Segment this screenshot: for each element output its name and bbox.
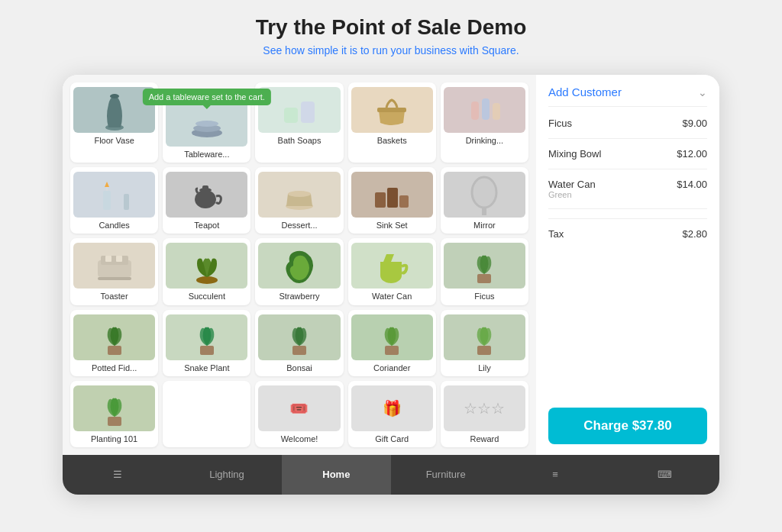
- order-item-name-2: Water Can: [548, 179, 596, 190]
- svg-point-20: [288, 191, 311, 197]
- product-card-empty1[interactable]: [163, 381, 250, 447]
- product-card-dessert[interactable]: Dessert...: [255, 167, 343, 234]
- order-item-price-1: $12.00: [677, 148, 707, 160]
- product-card-reward[interactable]: ☆☆☆Reward: [441, 381, 528, 447]
- tablet-inner: Floor VaseAdd a tableware set to the car…: [63, 75, 719, 455]
- tax-label: Tax: [548, 228, 564, 240]
- page-wrapper: Try the Point of Sale Demo See how simpl…: [15, 15, 767, 495]
- svg-rect-34: [108, 346, 121, 355]
- product-image-strawberry: [258, 243, 340, 289]
- product-label-strawberry: Strawberry: [279, 292, 319, 301]
- product-label-succulent: Succulent: [189, 292, 225, 301]
- nav-item-lighting[interactable]: Lighting: [172, 455, 281, 495]
- order-divider-1: [548, 169, 707, 169]
- product-label-reward: Reward: [470, 434, 499, 444]
- product-card-teapot[interactable]: Teapot: [163, 167, 250, 234]
- order-item-0: Ficus$9.00: [548, 118, 707, 129]
- tooltip-bubble: Add a tableware set to the cart.: [143, 89, 271, 105]
- product-card-water-can[interactable]: Water Can: [348, 238, 436, 305]
- nav-item-menu[interactable]: ☰: [63, 455, 172, 495]
- product-card-toaster[interactable]: Toaster: [70, 238, 158, 305]
- product-image-snake-plant: [166, 314, 247, 360]
- product-label-tableware: Tableware...: [184, 150, 229, 160]
- product-label-floor-vase: Floor Vase: [94, 136, 134, 146]
- svg-rect-18: [202, 185, 208, 190]
- product-image-mirror: [444, 172, 525, 218]
- product-label-lily: Lily: [478, 363, 491, 373]
- product-label-bonsai: Bonsai: [286, 363, 312, 373]
- svg-rect-30: [98, 277, 131, 280]
- product-card-snake-plant[interactable]: Snake Plant: [163, 310, 250, 376]
- product-label-drinking: Drinking...: [466, 136, 504, 146]
- order-item-name-1: Mixing Bowl: [548, 148, 601, 160]
- product-image-ficus: [444, 243, 525, 289]
- product-card-ficus[interactable]: Ficus: [441, 238, 528, 305]
- product-label-mirror: Mirror: [473, 221, 496, 231]
- product-label-sink-set: Sink Set: [376, 221, 408, 231]
- product-label-water-can: Water Can: [372, 292, 412, 301]
- svg-rect-29: [116, 256, 122, 262]
- add-customer-label: Add Customer: [548, 85, 622, 98]
- svg-rect-25: [482, 208, 486, 215]
- tablet-frame: Floor VaseAdd a tableware set to the car…: [63, 75, 719, 495]
- product-card-planting101[interactable]: Planting 101: [70, 381, 158, 447]
- order-spacer: [548, 249, 707, 408]
- svg-rect-37: [385, 346, 399, 355]
- product-label-dessert: Dessert...: [281, 221, 317, 231]
- product-card-candles[interactable]: Candles: [70, 167, 158, 234]
- product-image-sink-set: [351, 172, 433, 218]
- product-section: Floor VaseAdd a tableware set to the car…: [63, 75, 536, 455]
- svg-rect-11: [103, 191, 111, 210]
- order-panel: Add Customer ⌄ Ficus$9.00Mixing Bowl$12.…: [536, 75, 719, 455]
- add-customer-row[interactable]: Add Customer ⌄: [548, 85, 707, 107]
- svg-rect-5: [284, 108, 298, 123]
- product-card-baskets[interactable]: Baskets: [348, 82, 436, 163]
- product-card-succulent[interactable]: Succulent: [163, 238, 250, 305]
- product-label-teapot: Teapot: [194, 221, 219, 231]
- product-card-bonsai[interactable]: Bonsai: [255, 310, 343, 376]
- chevron-down-icon: ⌄: [698, 86, 707, 98]
- order-divider-2: [548, 208, 707, 209]
- nav-item-furniture[interactable]: Furniture: [391, 455, 500, 495]
- order-item-sub-2: Green: [548, 190, 596, 199]
- nav-item-list[interactable]: ≡: [500, 455, 609, 495]
- product-card-tableware[interactable]: Add a tableware set to the cart.Tablewar…: [163, 96, 250, 163]
- svg-rect-6: [301, 102, 315, 123]
- svg-point-24: [472, 177, 496, 208]
- nav-item-calc[interactable]: ⌨: [610, 455, 719, 495]
- nav-item-home[interactable]: Home: [282, 455, 391, 495]
- product-image-planting101: [73, 385, 155, 431]
- product-card-lily[interactable]: Lily: [441, 310, 528, 376]
- product-image-teapot: [166, 172, 247, 218]
- product-image-lily: [444, 314, 525, 360]
- product-image-potted-fid: [73, 314, 155, 360]
- product-label-planting101: Planting 101: [91, 434, 137, 444]
- product-card-strawberry[interactable]: Strawberry: [255, 238, 343, 305]
- svg-rect-8: [471, 102, 479, 120]
- product-image-drinking: [444, 87, 525, 133]
- product-image-coriander: [351, 314, 433, 360]
- order-item-price-0: $9.00: [682, 118, 707, 129]
- svg-rect-7: [377, 108, 406, 112]
- product-card-drinking[interactable]: Drinking...: [441, 82, 528, 163]
- page-subtitle: See how simple it is to run your busines…: [263, 44, 519, 56]
- product-label-ficus: Ficus: [474, 292, 494, 301]
- svg-rect-33: [477, 274, 491, 283]
- product-card-welcome[interactable]: 🎟️Welcome!: [255, 381, 343, 447]
- product-image-reward: ☆☆☆: [444, 385, 525, 431]
- product-label-toaster: Toaster: [101, 292, 128, 301]
- product-card-mirror[interactable]: Mirror: [441, 167, 528, 234]
- product-card-potted-fid[interactable]: Potted Fid...: [70, 310, 158, 376]
- order-items-container: Ficus$9.00Mixing Bowl$12.00Water CanGree…: [548, 118, 707, 218]
- product-image-water-can: [351, 243, 433, 289]
- product-card-sink-set[interactable]: Sink Set: [348, 167, 436, 234]
- product-image-baskets: [351, 87, 433, 133]
- product-card-gift-card[interactable]: 🎁Gift Card: [348, 381, 436, 447]
- order-item-2: Water CanGreen$14.00: [548, 179, 707, 199]
- product-card-coriander[interactable]: Coriander: [348, 310, 436, 376]
- product-label-snake-plant: Snake Plant: [184, 363, 229, 373]
- svg-rect-22: [387, 188, 398, 208]
- order-item-price-2: $14.00: [677, 179, 707, 190]
- charge-button[interactable]: Charge $37.80: [548, 408, 707, 444]
- order-item-name-0: Ficus: [548, 118, 572, 129]
